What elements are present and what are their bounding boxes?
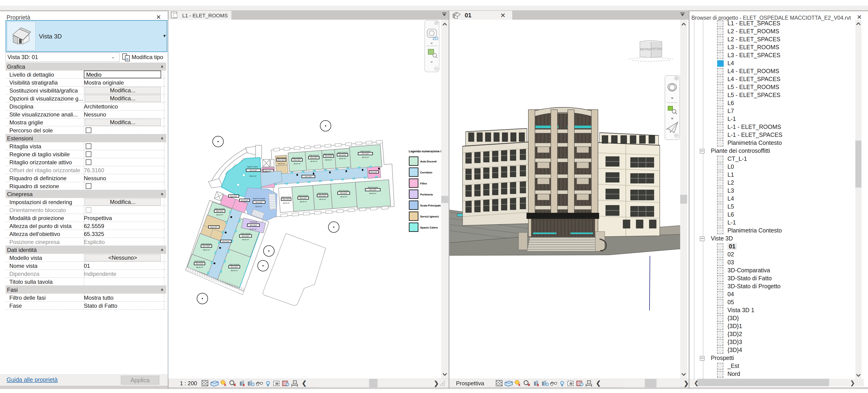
svg-text:38.04 m²: 38.04 m² <box>242 239 249 241</box>
svg-text:x: x <box>537 383 539 387</box>
svg-text:32.67 m²: 32.67 m² <box>249 228 256 230</box>
svg-text:Aula Docenti: Aula Docenti <box>339 189 349 192</box>
svg-text:Corridoio: Corridoio <box>420 171 432 174</box>
svg-text:38.04 m²: 38.04 m² <box>196 266 203 268</box>
svg-text:38.04 m²: 38.04 m² <box>325 159 332 161</box>
svg-text:ARTSIW: ARTSIW <box>651 47 662 51</box>
svg-text:28.04 m²: 28.04 m² <box>255 206 262 208</box>
svg-text:804.4.5uP: 804.4.5uP <box>222 241 229 242</box>
svg-text:❮: ❮ <box>302 380 307 387</box>
svg-text:Portineria: Portineria <box>250 221 257 223</box>
svg-text:804.4.5uP: 804.4.5uP <box>265 170 272 172</box>
svg-text:804.4.5uP: 804.4.5uP <box>230 195 237 197</box>
svg-text:804.4.5uP: 804.4.5uP <box>203 245 210 247</box>
svg-text:Spazio Calmo: Spazio Calmo <box>420 226 438 229</box>
svg-text:38.04 m²: 38.04 m² <box>339 157 346 159</box>
svg-text:38.04 m²: 38.04 m² <box>310 160 317 162</box>
svg-text:38.04 m²: 38.04 m² <box>369 192 376 194</box>
svg-text:x: x <box>243 383 245 387</box>
svg-text:38.04 m²: 38.04 m² <box>231 270 238 272</box>
svg-text:2D: 2D <box>432 36 438 41</box>
svg-text:Aula Docenti: Aula Docenti <box>368 186 378 188</box>
svg-text:Aula Docenti: Aula Docenti <box>298 194 308 196</box>
svg-text:❮: ❮ <box>596 380 601 387</box>
svg-text:38.04 m²: 38.04 m² <box>216 214 223 216</box>
svg-text:804.4.5uP: 804.4.5uP <box>310 157 317 159</box>
svg-text:804.4.5uP: 804.4.5uP <box>250 170 257 171</box>
svg-text:804.4.5uP: 804.4.5uP <box>305 176 312 177</box>
svg-text:804.4.5uP: 804.4.5uP <box>325 155 332 157</box>
svg-text:38.04 m²: 38.04 m² <box>278 163 285 165</box>
svg-text:804.4.5uP: 804.4.5uP <box>278 159 285 161</box>
svg-text:x: x <box>518 382 520 387</box>
svg-text:804.4.5uP: 804.4.5uP <box>300 197 307 199</box>
svg-text:38.04 m²: 38.04 m² <box>293 163 301 165</box>
svg-text:Aula Docenti: Aula Docenti <box>309 154 319 156</box>
svg-text:Aula Docenti: Aula Docenti <box>229 264 239 266</box>
svg-text:x: x <box>528 382 530 387</box>
svg-text:x: x <box>224 382 226 387</box>
svg-text:Legenda numerazione lo: Legenda numerazione lo <box>409 150 441 153</box>
svg-text:Aula Docenti: Aula Docenti <box>281 196 291 198</box>
svg-text:Aula Docenti: Aula Docenti <box>420 160 437 163</box>
svg-text:Aula Docenti: Aula Docenti <box>318 192 328 194</box>
svg-text:804.4.5uP: 804.4.5uP <box>255 202 262 203</box>
svg-text:38.04 m²: 38.04 m² <box>283 202 290 204</box>
svg-text:Aula Docenti: Aula Docenti <box>361 150 371 152</box>
svg-text:Filtro: Filtro <box>420 182 427 185</box>
svg-text:804.4.5uP: 804.4.5uP <box>362 153 369 154</box>
svg-text:804.4.5uP: 804.4.5uP <box>340 192 347 194</box>
svg-text:804.4.5uP: 804.4.5uP <box>370 171 377 173</box>
svg-text:x: x <box>234 382 236 387</box>
svg-text:804.4.5uP: 804.4.5uP <box>283 199 290 200</box>
svg-text:38.04 m²: 38.04 m² <box>300 201 307 203</box>
svg-text:Aula Docenti: Aula Docenti <box>292 156 302 159</box>
svg-text:38.04 m²: 38.04 m² <box>203 249 210 251</box>
svg-text:804.4.5uP: 804.4.5uP <box>293 159 301 161</box>
svg-text:Aula Docenti: Aula Docenti <box>323 153 334 155</box>
svg-text:Scala Principale: Scala Principale <box>420 204 441 207</box>
svg-text:Scala Principale: Scala Principale <box>253 198 266 200</box>
svg-text:804.4.5uP: 804.4.5uP <box>241 200 248 201</box>
svg-text:Aula Docenti: Aula Docenti <box>338 151 348 153</box>
svg-text:Aula Docenti: Aula Docenti <box>276 156 286 159</box>
svg-text:38.04 m²: 38.04 m² <box>362 156 369 158</box>
svg-text:RETRO: RETRO <box>640 48 651 51</box>
svg-text:Aula Docenti: Aula Docenti <box>195 260 205 262</box>
svg-text:38.04 m²: 38.04 m² <box>340 196 347 198</box>
svg-text:Spazio Calmo: Spazio Calmo <box>247 166 258 168</box>
svg-text:804.4.5uP: 804.4.5uP <box>339 154 346 156</box>
svg-text:Aula Docenti: Aula Docenti <box>241 233 251 235</box>
svg-text:804.4.5uP: 804.4.5uP <box>210 226 217 228</box>
svg-text:804.4.5uP: 804.4.5uP <box>231 266 238 268</box>
svg-text:Aula Docenti: Aula Docenti <box>202 243 212 245</box>
svg-text:98.04 m²: 98.04 m² <box>249 175 256 177</box>
svg-text:38.04 m²: 38.04 m² <box>319 198 326 200</box>
svg-text:804.4.5uP: 804.4.5uP <box>369 189 376 190</box>
svg-text:804.4.5uP: 804.4.5uP <box>242 235 249 237</box>
svg-text:804.4.5uP: 804.4.5uP <box>196 263 203 265</box>
svg-text:Portineria: Portineria <box>420 193 433 196</box>
svg-text:804.4.5uP: 804.4.5uP <box>216 210 223 212</box>
svg-text:Servizi Igienici: Servizi Igienici <box>420 215 439 218</box>
svg-text:804.4.5uP: 804.4.5uP <box>319 195 326 196</box>
svg-text:804.4.5uP: 804.4.5uP <box>250 224 257 226</box>
svg-text:Aula Docenti: Aula Docenti <box>215 208 225 210</box>
